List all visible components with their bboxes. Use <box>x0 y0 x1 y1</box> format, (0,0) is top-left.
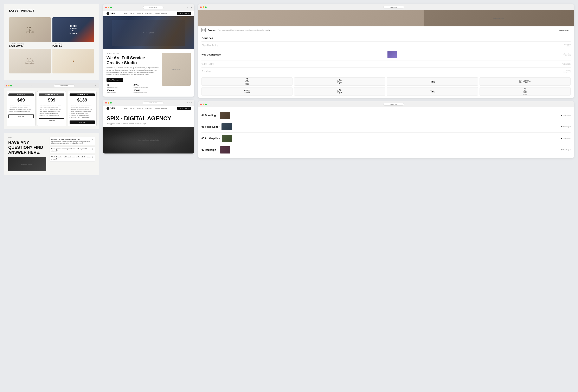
pc-dot-yellow <box>203 104 204 105</box>
sc-services-title: Services <box>198 34 574 42</box>
faq-title: HAVE ANY QUESTION? FIND ANSWER HERE. <box>8 140 46 155</box>
view-project-video[interactable]: View Project <box>561 126 571 128</box>
sc-service-digital-sub: stationery outdoor <box>564 44 571 47</box>
sc-forward-btn[interactable]: › <box>211 5 214 8</box>
browser-dot-red <box>6 85 7 87</box>
project-img-video <box>222 123 232 131</box>
da-logo-text: SPIX <box>110 107 115 110</box>
project-name-salt: SALTbSTONE <box>9 45 51 47</box>
sc-top-img-right: laptop workspace <box>424 10 574 26</box>
view-dot-video <box>561 126 562 127</box>
feature-item: LET US SHOW POWER MARKETING <box>70 108 95 110</box>
da-nav-blogs[interactable]: BLOGS <box>155 108 160 109</box>
view-project-branding[interactable]: View Project <box>561 115 571 116</box>
browser-plus-icon[interactable]: + <box>96 85 97 87</box>
nav-contact[interactable]: CONTACT <box>161 13 168 14</box>
da-browser-url: untitled.com <box>143 101 163 104</box>
faq-right: An agency for digital products—what is t… <box>49 137 95 171</box>
agency-forward-btn[interactable]: › <box>116 6 119 9</box>
project-num-redesign: 07 Redesign <box>201 149 218 151</box>
agency-stats: 12+ Years of experience 85% Average Conv… <box>106 84 159 93</box>
left-column: LATEST PROJECT SALT&STONE Digital Market… <box>4 4 99 175</box>
da-nav-contact[interactable]: CONTACT <box>161 108 168 109</box>
agency-share-icon[interactable]: ↑ <box>187 7 188 8</box>
sc-service-branding-sub: product engagement <box>563 70 571 73</box>
nav-about[interactable]: ABOUT <box>130 13 135 14</box>
agency-cta-btn[interactable]: Get In Touch ↗ <box>177 12 191 15</box>
pc-forward-btn[interactable]: › <box>211 103 214 106</box>
svg-marker-2 <box>338 80 341 83</box>
browser-dot-yellow <box>8 85 9 87</box>
da-dot-red <box>105 102 107 104</box>
da-nav-portfolio[interactable]: PORTFOLIO <box>145 108 153 109</box>
pricing-content: BASIC PLAN $69 WE MAKE YOUR BRAND SUCCES… <box>4 88 99 129</box>
agency-nav: ✦ SPIX HOME ABOUT SERVICE PORTFOLIO BLOG… <box>103 11 194 16</box>
project-name-boxed: PURIFIED <box>52 45 94 47</box>
da-nav-service[interactable]: SERVICE <box>137 108 143 109</box>
nav-blogs[interactable]: BLOGS <box>155 13 160 14</box>
da-bookmark-icon[interactable]: □ <box>189 102 190 104</box>
nav-service[interactable]: SERVICE <box>137 13 143 14</box>
sc-service-webdev[interactable]: Web Development art direction on-screen <box>201 49 571 60</box>
faq-toggle-2[interactable]: + <box>92 156 93 158</box>
faq-item-0[interactable]: An agency for digital products—what is t… <box>49 137 95 145</box>
browser-forward-btn[interactable]: › <box>33 85 33 87</box>
plan-basic-features: WE MAKE YOUR BRAND SUCCESS WE TARGET AUD… <box>8 104 34 112</box>
plan-standard-order-button[interactable]: Order Now <box>39 118 64 122</box>
faq-question-1: Do you provide early-stage businesses wi… <box>51 148 91 152</box>
pc-back-btn[interactable]: ‹ <box>208 103 211 106</box>
agency-more-icon[interactable]: + <box>191 7 192 8</box>
sc-service-digital[interactable]: Digital Marketing stationery outdoor <box>201 42 571 49</box>
browser-back-btn[interactable]: ‹ <box>31 85 32 87</box>
sc-discover-link[interactable]: Discover More → <box>559 30 571 31</box>
agency-text-block: WHATS WE DID We Are Full Service Creativ… <box>106 53 159 93</box>
da-nav-about[interactable]: ABOUT <box>130 108 135 109</box>
da-nav-home[interactable]: HOME <box>124 108 128 109</box>
agency-bookmark-icon[interactable]: □ <box>189 7 190 8</box>
agency-back-btn[interactable]: ‹ <box>113 6 116 9</box>
view-project-art[interactable]: View Project <box>561 138 571 139</box>
sc-service-video[interactable]: Video Editor client creative presentatio… <box>201 60 571 68</box>
latest-project-grid: SALT&STONE Digital Marketing SALTbSTONE … <box>9 17 94 73</box>
sc-service-webdev-img <box>387 51 397 58</box>
sc-back-btn[interactable]: ‹ <box>208 5 211 8</box>
faq-item-1[interactable]: Do you provide early-stage businesses wi… <box>49 146 95 154</box>
faq-toggle-1[interactable]: + <box>92 148 93 150</box>
da-plus-icon[interactable]: + <box>191 102 192 104</box>
view-dot-redesign <box>561 149 562 150</box>
sc-service-video-sub: client creative presentation <box>562 62 571 65</box>
nav-home[interactable]: HOME <box>124 13 128 14</box>
faq-item-2[interactable]: What information must I include in my br… <box>49 155 95 162</box>
sc-url-container: untitled.com <box>215 6 572 8</box>
da-back-btn[interactable]: ‹ <box>113 101 116 104</box>
plan-standard-header: STANDARD PLAN <box>39 93 64 96</box>
view-project-redesign[interactable]: View Project <box>561 149 571 151</box>
agency-browser-bar: ‹ › untitled.com ↑ □ + <box>103 4 194 11</box>
plan-basic-order-button[interactable]: Order Now <box>8 114 34 118</box>
sc-execute-desc: There are many variations of passages of… <box>218 29 557 31</box>
da-forward-btn[interactable]: › <box>116 101 119 104</box>
plan-standard-features: WE MAKE YOUR BRAND SUCCESS WE TARGET AUD… <box>39 104 64 116</box>
browser-share-icon[interactable]: ↑ <box>95 85 96 87</box>
sc-service-branding[interactable]: Branding product engagement <box>201 68 571 75</box>
project-img-redesign <box>220 146 230 154</box>
faq-toggle-0[interactable]: + <box>92 138 93 140</box>
view-dot-branding <box>561 115 562 116</box>
sc-browser-nav: ‹ › <box>208 5 214 8</box>
services-card: ‹ › untitled.com laptop workspace Execut… <box>198 4 574 98</box>
svg-rect-3 <box>520 80 522 83</box>
da-cta-btn[interactable]: Get In Touch ↗ <box>177 107 191 110</box>
plan-standard: STANDARD PLAN $99 WE MAKE YOUR BRAND SUC… <box>37 91 66 126</box>
plan-basic-header: BASIC PLAN <box>8 93 34 96</box>
svg-marker-1 <box>338 80 342 84</box>
sc-dot-yellow <box>203 6 204 8</box>
nav-portfolio[interactable]: PORTFOLIO <box>145 13 153 14</box>
agency-view-all-btn[interactable]: View All service → <box>106 78 123 82</box>
plan-premium-order-button[interactable]: Order Now <box>70 121 95 124</box>
stat-traffic: 300K+ Traffic Generated <box>106 89 132 93</box>
sc-execute-icon <box>201 28 206 32</box>
agency-logo-icon: ✦ <box>106 12 109 15</box>
agency-nav-links: HOME ABOUT SERVICE PORTFOLIO BLOGS CONTA… <box>124 13 168 14</box>
da-share-icon[interactable]: ↑ <box>187 102 188 104</box>
sc-logos-grid: ONLINEBOOKSTORE Talk DESIGN &ARCHITECTUR… <box>198 75 574 98</box>
